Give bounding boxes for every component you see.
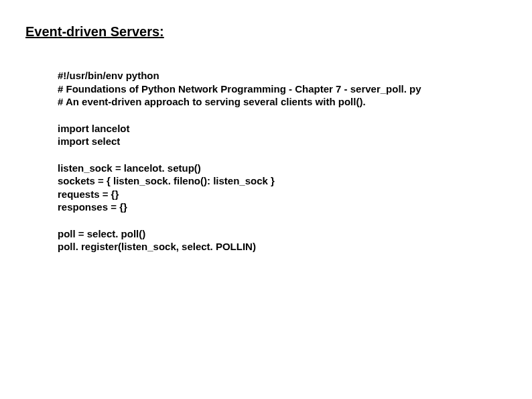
code-block-4: poll = select. poll() poll. register(lis… bbox=[58, 227, 532, 253]
slide-title: Event-driven Servers: bbox=[25, 24, 532, 40]
code-line: import select bbox=[58, 135, 532, 148]
code-line: requests = {} bbox=[58, 188, 532, 201]
code-line: import lancelot bbox=[58, 122, 532, 135]
code-line: listen_sock = lancelot. setup() bbox=[58, 162, 532, 175]
code-block-1: #!/usr/bin/env python # Foundations of P… bbox=[58, 69, 532, 109]
code-line: #!/usr/bin/env python bbox=[58, 69, 532, 82]
code-line: # Foundations of Python Network Programm… bbox=[58, 82, 532, 96]
code-line: sockets = { listen_sock. fileno(): liste… bbox=[58, 174, 532, 188]
code-block-3: listen_sock = lancelot. setup() sockets … bbox=[58, 162, 532, 214]
code-line: # An event-driven approach to serving se… bbox=[58, 95, 532, 109]
code-block-2: import lancelot import select bbox=[58, 122, 532, 148]
code-line: responses = {} bbox=[58, 201, 532, 214]
code-line: poll = select. poll() bbox=[58, 227, 532, 241]
code-line: poll. register(listen_sock, select. POLL… bbox=[58, 240, 532, 253]
code-content: #!/usr/bin/env python # Foundations of P… bbox=[25, 69, 532, 253]
